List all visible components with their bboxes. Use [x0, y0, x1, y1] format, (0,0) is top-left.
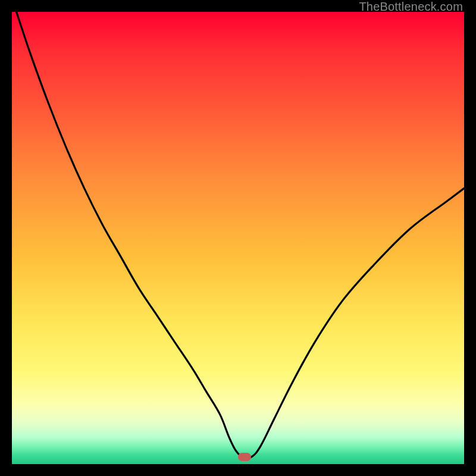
minimum-marker: [238, 453, 251, 461]
plot-area: [12, 12, 464, 464]
chart-frame: TheBottleneck.com: [0, 0, 476, 476]
bottleneck-curve: [12, 12, 464, 464]
